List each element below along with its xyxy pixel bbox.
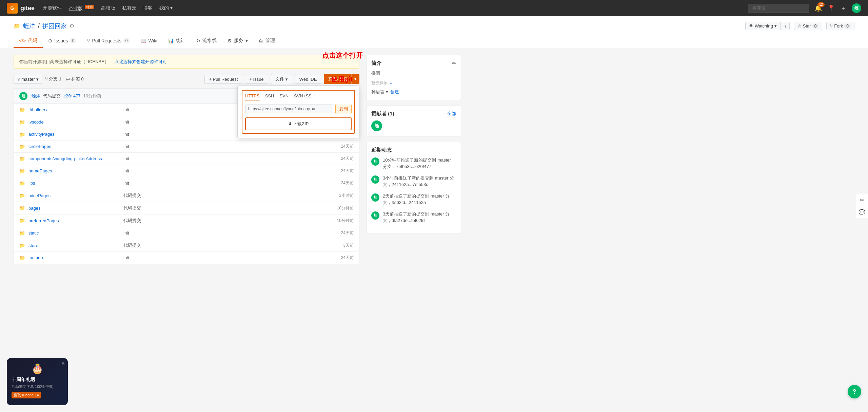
side-chat-icon[interactable]: 💬 [856,206,868,218]
tab-pullrequests[interactable]: ⑂ Pull Requests 0 [82,34,135,48]
clone-tab-svn[interactable]: SVN [279,93,289,100]
lang-row: 种语言 ▾ 创建 [371,89,456,95]
tab-manage[interactable]: 🗂 管理 [253,34,280,48]
file-name[interactable]: activityPages [28,132,123,137]
folder-icon: 📁 [19,181,25,186]
issue-button[interactable]: + Issue [245,75,268,84]
clone-tab-ssh[interactable]: SSH [265,93,274,100]
contributor-avatar[interactable]: 蛭 [371,120,382,131]
nav-opensource[interactable]: 开源软件 [43,5,62,11]
file-message: 代码提交 [123,218,327,224]
star-count: 0 [812,24,819,29]
file-message: init [123,144,327,149]
clone-tabs: HTTPS SSH SVN SVN+SSH [245,93,352,100]
folder-icon: 📁 [19,156,25,162]
license-banner: 你当前开源项目尚未选择许可证（LICENSE）， 点此选择并创建开源许可可 [14,55,359,69]
branch-info: ⑂ 分支 1 🏷 标签 0 [45,76,202,82]
file-name[interactable]: homePages [28,168,123,173]
file-name[interactable]: libs [28,181,123,186]
clone-tab-https[interactable]: HTTPS [245,93,260,100]
contributors-section: 贡献者 (1) 全部 蛭 [366,106,461,136]
clone-tab-svnplusssh[interactable]: SVN+SSH [294,93,315,100]
file-time: 10分钟前 [327,205,354,211]
folder-icon: 📁 [19,119,25,125]
activity-text: 3小时前推送了新的提交到 master 分支，2411e2a...7efb53c [383,175,456,188]
fork-button[interactable]: ⑂ Fork 0 [826,22,854,30]
pull-request-button[interactable]: + Pull Request [204,75,242,84]
side-edit-icon[interactable]: ✏ [856,194,868,206]
tab-services[interactable]: ⚙ 服务 ▾ [222,34,253,48]
file-name[interactable]: static [28,230,123,236]
watching-button[interactable]: 👁 Watching ▾ 1 [745,22,790,30]
tag-row: 暂无标签 + [371,80,456,86]
search-input[interactable] [748,4,809,13]
copy-button[interactable]: 复制 [335,104,352,114]
file-name[interactable]: preferredPages [28,218,123,223]
repo-owner-link[interactable]: 蛭洋 [23,22,35,30]
repo-title-row: 📁 蛭洋 / 拼团回家 ⚙ 👁 Watching ▾ 1 ☆ Star 0 ⑂ … [14,22,854,30]
tab-issues[interactable]: ⊙ Issues 0 [43,34,82,48]
file-row: 📁 static init 24天前 [14,227,359,239]
file-name[interactable]: pages [28,206,123,211]
nav-links: 开源软件 企业版 特惠 高校版 私有云 博客 我的 ▾ [43,5,740,12]
language-dropdown[interactable]: 种语言 ▾ [371,89,388,95]
edit-intro-icon[interactable]: ✏ [452,61,456,66]
file-row: 📁 components/wangding-pickerAddress init… [14,153,359,165]
commit-hash[interactable]: e20f477 [63,94,81,98]
notifications-button[interactable]: 🔔 12 [814,4,822,12]
logo[interactable]: G gitee [7,3,35,14]
file-name[interactable]: .vscode [28,119,123,125]
folder-icon: 📁 [19,230,25,236]
repo-icon: 📁 [14,23,20,29]
settings-icon[interactable]: ⚙ [70,23,74,29]
activity-item: 蛭 10分钟前推送了新的提交到 master 分支，7efb53c...e20f… [371,157,456,170]
create-label[interactable]: 创建 [390,89,399,95]
file-row: 📁 libs init 24天前 [14,177,359,189]
nav-mine[interactable]: 我的 ▾ [159,5,173,11]
webide-button[interactable]: Web IDE [295,75,321,84]
tab-pipeline[interactable]: ↻ 流水线 [191,34,222,48]
file-button[interactable]: 文件 ▾ [271,74,292,84]
file-row: 📁 circlePages init 24天前 [14,141,359,153]
clone-popup: HTTPS SSH SVN SVN+SSH 复制 ⬇ 下载ZIP [237,86,359,138]
folder-icon: 📁 [19,168,25,174]
commit-message: 代码提交 [43,93,61,99]
add-tag-button[interactable]: + [390,80,392,86]
nav-university[interactable]: 高校版 [101,5,115,11]
activity-avatar: 蛭 [371,211,379,220]
file-row: 📁 minePages 代码提交 3小时前 [14,189,359,202]
nav-enterprise[interactable]: 企业版 特惠 [68,5,94,12]
file-name[interactable]: minePages [28,193,123,198]
tab-wiki[interactable]: 📖 Wiki [135,34,162,48]
clone-url-input[interactable] [245,105,333,113]
add-button[interactable]: ＋ [840,4,846,12]
location-icon[interactable]: 📍 [827,4,835,12]
folder-icon: 📁 [19,193,25,198]
file-name[interactable]: components/wangding-pickerAddress [28,156,123,161]
user-avatar[interactable]: 蛭 [852,3,861,13]
file-message: init [123,255,327,260]
file-message: 代码提交 [123,192,327,199]
nav-blog[interactable]: 博客 [143,5,153,11]
branch-selector[interactable]: ⑂ master ▾ [14,75,42,84]
logo-icon: G [7,3,18,14]
file-name[interactable]: tuniao-ui [28,255,123,260]
folder-icon: 📁 [19,132,25,137]
tab-stats[interactable]: 📊 统计 [163,34,191,48]
contributors-all-link[interactable]: 全部 [447,111,456,117]
file-name[interactable]: store [28,243,123,248]
tab-code[interactable]: </> 代码 [14,34,43,48]
license-link[interactable]: 点此选择并创建开源许可可 [114,59,167,64]
repo-tabs: </> 代码 ⊙ Issues 0 ⑂ Pull Requests 0 📖 Wi… [14,34,854,48]
watching-main[interactable]: 👁 Watching ▾ [746,22,781,30]
repo-name-link[interactable]: 拼团回家 [42,22,67,30]
nav-private[interactable]: 私有云 [122,5,136,11]
download-zip-button[interactable]: ⬇ 下载ZIP [245,117,352,130]
file-name[interactable]: circlePages [28,144,123,149]
commit-author[interactable]: 蛭洋 [32,93,40,99]
contributors-title: 贡献者 (1) 全部 [371,111,456,117]
file-message: init [123,230,327,236]
star-button[interactable]: ☆ Star 0 [794,22,823,30]
file-name[interactable]: .hbuilderx [28,107,123,112]
top-navigation: G gitee 开源软件 企业版 特惠 高校版 私有云 博客 我的 ▾ 🔔 12… [0,0,868,16]
